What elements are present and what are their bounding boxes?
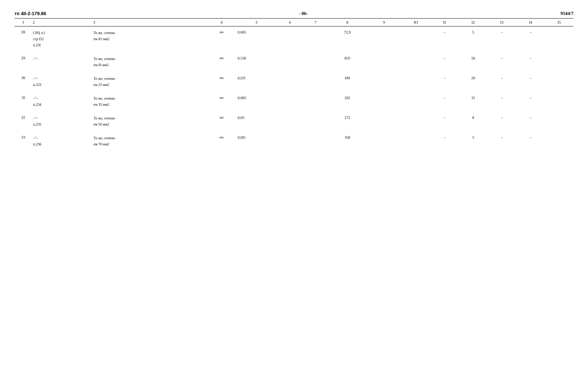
row-1-col-12: 5 — [459, 26, 487, 51]
row-4-col-9 — [366, 92, 401, 110]
row-4-col-8: 202 — [328, 92, 366, 110]
row-6-col-3: То же, сечени- ем 70 мм2 — [93, 132, 207, 150]
row-5-col-6 — [277, 112, 303, 130]
row-3-col-13: – — [487, 72, 516, 90]
col-header-10: IO — [401, 18, 430, 26]
row-1-col-7 — [303, 26, 328, 51]
row-1-col-5: 0,065 — [236, 26, 277, 51]
col-header-5: 5 — [236, 18, 277, 26]
spacer-row — [14, 150, 574, 152]
row-5-col-11: – — [430, 112, 459, 130]
row-4-col-6 — [277, 92, 303, 110]
row-6-col-13: – — [487, 132, 516, 150]
row-1-col-1: 28 — [14, 26, 32, 51]
main-table: I 2 3 4 5 6 7 8 9 IO II I2 I3 I4 I5 28СР… — [14, 18, 574, 152]
row-1-col-11: – — [430, 26, 459, 51]
row-3-col-7 — [303, 72, 328, 90]
table-row: 3I–"– п.234То же, сечени- ем 35 мм2км0,0… — [14, 92, 574, 110]
col-header-2: 2 — [32, 18, 93, 26]
row-2-col-1: 29 — [14, 52, 32, 70]
row-4-col-7 — [303, 92, 328, 110]
header-title: тп 4II-2-179.86 — [14, 11, 46, 16]
row-4-col-5: 0,065 — [236, 92, 277, 110]
row-5-col-15 — [545, 112, 574, 130]
row-4-col-4: км — [207, 92, 236, 110]
row-1-col-13: – — [487, 26, 516, 51]
row-4-col-2: –"– п.234 — [32, 92, 93, 110]
row-4-col-12: I3 — [459, 92, 487, 110]
row-1-col-4: км — [207, 26, 236, 51]
row-3-col-5: 0,I35 — [236, 72, 277, 90]
row-5-col-5: 0,03 — [236, 112, 277, 130]
row-2-col-4: км — [207, 52, 236, 70]
col-header-8: 8 — [328, 18, 366, 26]
row-1-col-3: То же, сечени- ем IO мм2 — [93, 26, 207, 51]
row-4-col-10 — [401, 92, 430, 110]
row-6-col-7 — [303, 132, 328, 150]
row-2-col-5: 0,530 — [236, 52, 277, 70]
header-right: 9544/7 — [561, 11, 574, 16]
row-6-col-15 — [545, 132, 574, 150]
row-2-col-13: – — [487, 52, 516, 70]
row-2-col-12: 56 — [459, 52, 487, 70]
spacer-row — [14, 70, 574, 72]
row-3-col-4: км — [207, 72, 236, 90]
row-3-col-1: 30 — [14, 72, 32, 90]
row-6-col-8: 358 — [328, 132, 366, 150]
row-6-col-10 — [401, 132, 430, 150]
row-2-col-7 — [303, 52, 328, 70]
row-6-col-1: 33 — [14, 132, 32, 150]
row-5-col-13: – — [487, 112, 516, 130]
spacer-row — [14, 51, 574, 52]
col-header-4: 4 — [207, 18, 236, 26]
table-row: 32–"– п.235То же, сечени- ем 50 мм2км0,0… — [14, 112, 574, 130]
row-3-col-10 — [401, 72, 430, 90]
row-6-col-6 — [277, 132, 303, 150]
table-row: 29–"–То же, сечени- ем I6 мм2км0,530IO5–… — [14, 52, 574, 70]
row-2-col-8: IO5 — [328, 52, 366, 70]
row-5-col-3: То же, сечени- ем 50 мм2 — [93, 112, 207, 130]
table-row: 33–"– п.236То же, сечени- ем 70 мм2км0,0… — [14, 132, 574, 150]
row-1-col-14: – — [516, 26, 545, 51]
row-3-col-2: –"– п.233 — [32, 72, 93, 90]
page-header: тп 4II-2-179.86 - 86- 9544/7 — [14, 11, 574, 16]
row-2-col-9 — [366, 52, 401, 70]
row-4-col-11: – — [430, 92, 459, 110]
spacer-row — [14, 110, 574, 112]
row-4-col-1: 3I — [14, 92, 32, 110]
col-header-13: I3 — [487, 18, 516, 26]
row-1-col-9 — [366, 26, 401, 51]
table-row: 30–"– п.233То же, сечени- ем 25 мм2км0,I… — [14, 72, 574, 90]
row-1-col-15 — [545, 26, 574, 51]
table-row: 28СРЦ ч.I стр.I52 п.23IТо же, сечени- ем… — [14, 26, 574, 51]
col-header-14: I4 — [516, 18, 545, 26]
row-4-col-13: – — [487, 92, 516, 110]
spacer-row — [14, 90, 574, 92]
row-1-col-10 — [401, 26, 430, 51]
row-1-col-8: 72,9 — [328, 26, 366, 51]
col-header-7: 7 — [303, 18, 328, 26]
row-3-col-14: – — [516, 72, 545, 90]
row-6-col-5: 0,0I5 — [236, 132, 277, 150]
row-5-col-14: – — [516, 112, 545, 130]
row-1-col-2: СРЦ ч.I стр.I52 п.23I — [32, 26, 93, 51]
col-header-15: I5 — [545, 18, 574, 26]
row-6-col-9 — [366, 132, 401, 150]
row-4-col-15 — [545, 92, 574, 110]
row-2-col-10 — [401, 52, 430, 70]
row-6-col-14: – — [516, 132, 545, 150]
row-5-col-8: 272 — [328, 112, 366, 130]
header-center: - 86- — [299, 11, 308, 16]
row-2-col-6 — [277, 52, 303, 70]
row-2-col-2: –"– — [32, 52, 93, 70]
row-1-col-6 — [277, 26, 303, 51]
row-3-col-6 — [277, 72, 303, 90]
table-body: 28СРЦ ч.I стр.I52 п.23IТо же, сечени- ем… — [14, 26, 574, 152]
row-6-col-11: – — [430, 132, 459, 150]
spacer-row — [14, 130, 574, 132]
row-5-col-7 — [303, 112, 328, 130]
row-2-col-3: То же, сечени- ем I6 мм2 — [93, 52, 207, 70]
row-2-col-14: – — [516, 52, 545, 70]
row-2-col-15 — [545, 52, 574, 70]
main-table-container: I 2 3 4 5 6 7 8 9 IO II I2 I3 I4 I5 28СР… — [14, 18, 574, 152]
